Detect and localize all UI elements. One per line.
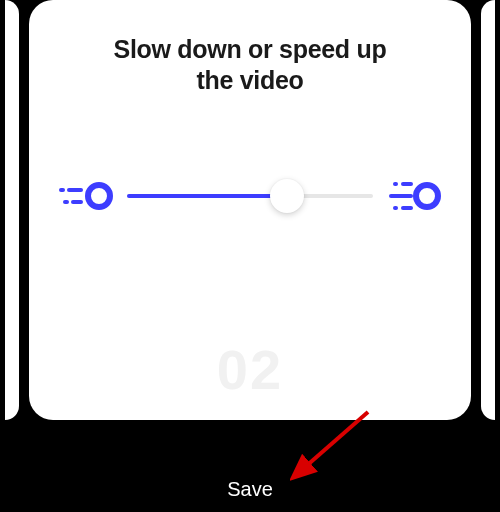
next-card-edge[interactable]: [481, 0, 495, 420]
slide-number: 02: [217, 337, 283, 402]
slow-icon: [59, 179, 113, 213]
save-button[interactable]: Save: [227, 478, 273, 501]
speed-control-card: Slow down or speed upthe video: [29, 0, 471, 420]
svg-rect-2: [67, 188, 83, 192]
svg-point-0: [88, 185, 110, 207]
svg-rect-7: [393, 182, 398, 186]
svg-rect-8: [389, 194, 413, 198]
svg-rect-6: [401, 182, 413, 186]
svg-rect-3: [63, 200, 69, 204]
svg-rect-4: [71, 200, 83, 204]
prev-card-edge[interactable]: [5, 0, 19, 420]
svg-point-5: [416, 185, 438, 207]
svg-rect-9: [401, 206, 413, 210]
slider-thumb[interactable]: [270, 179, 304, 213]
slider-track-fill: [127, 194, 287, 198]
fast-icon: [387, 179, 441, 213]
carousel-container: Slow down or speed upthe video: [0, 0, 500, 440]
speed-slider[interactable]: [127, 179, 373, 213]
speed-slider-area: [59, 179, 441, 213]
card-title: Slow down or speed upthe video: [114, 34, 387, 97]
svg-rect-10: [393, 206, 398, 210]
svg-rect-1: [59, 188, 65, 192]
bottom-bar: Save: [0, 440, 500, 512]
